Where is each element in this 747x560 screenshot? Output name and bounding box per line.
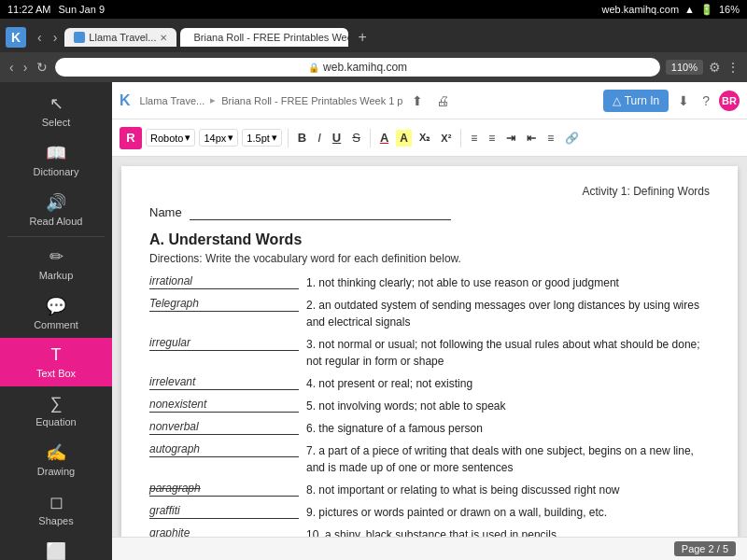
list-ordered-button[interactable]: ≡ — [467, 130, 481, 147]
back-button[interactable]: ‹ — [7, 58, 16, 77]
main-layout: ↖ Select 📖 Dictionary 🔊 Read Aloud ✏ Mar… — [0, 82, 747, 560]
vocab-row-9: graffiti 9. pictures or words painted or… — [149, 504, 710, 521]
vocab-def-7: 7. a part of a piece of writing that dea… — [306, 442, 710, 476]
link-button[interactable]: 🔗 — [561, 130, 583, 147]
turn-in-button[interactable]: △ Turn In — [603, 90, 669, 112]
vocab-answer-1[interactable]: irrational — [149, 274, 299, 289]
sidebar-label-equation: Equation — [35, 416, 76, 427]
line-height-select[interactable]: 1.5pt ▾ — [242, 129, 281, 147]
font-family-select[interactable]: Roboto ▾ — [146, 129, 195, 147]
name-input-line[interactable] — [190, 203, 451, 220]
subscript-button[interactable]: X₂ — [416, 130, 433, 146]
vocab-def-num-2: 2. — [306, 299, 316, 312]
vocab-answer-6[interactable]: nonverbal — [149, 420, 299, 435]
print-icon[interactable]: 🖨 — [432, 91, 453, 110]
vocab-def-text-1: not thinking clearly; not able to use re… — [318, 276, 619, 289]
vocab-answer-4[interactable]: irrelevant — [149, 375, 299, 390]
more-icon[interactable]: ⋮ — [726, 60, 740, 75]
address-text: web.kamihq.com — [323, 61, 407, 74]
new-tab-button[interactable]: + — [352, 29, 372, 46]
font-color-button[interactable]: A — [376, 129, 392, 147]
breadcrumb-doc: Briana Roll - FREE Printables Week 1 p — [221, 95, 402, 106]
vocab-row-4: irrelevant 4. not present or real; not e… — [149, 375, 710, 392]
vocab-answer-9[interactable]: graffiti — [149, 504, 299, 519]
toolbar-sep-1 — [288, 129, 289, 147]
tab1-close[interactable]: ✕ — [160, 33, 167, 43]
superscript-button[interactable]: X² — [437, 131, 455, 146]
font-size-select[interactable]: 14px ▾ — [199, 129, 238, 147]
name-line: Name — [149, 203, 710, 220]
kami-top-bar: K Llama Trave... ▸ Briana Roll - FREE Pr… — [112, 82, 747, 119]
vocab-def-3: 3. not normal or usual; not following th… — [306, 336, 710, 370]
help-icon[interactable]: ? — [698, 91, 713, 110]
list-unordered-button[interactable]: ≡ — [485, 130, 499, 147]
vocab-row-8: paragraph 8. not important or relating t… — [149, 482, 710, 498]
sidebar-item-dictionary[interactable]: 📖 Dictionary — [0, 135, 112, 185]
sidebar-label-read-aloud: Read Aloud — [30, 216, 83, 227]
shapes-icon: ◻ — [49, 492, 63, 512]
sidebar-item-comment[interactable]: 💬 Comment — [0, 288, 112, 338]
sidebar-item-equation[interactable]: ∑ Equation — [0, 386, 112, 435]
vocab-answer-7[interactable]: autograph — [149, 442, 299, 457]
vocab-answer-2[interactable]: Telegraph — [149, 297, 299, 312]
vocab-def-num-3: 3. — [306, 338, 316, 351]
breadcrumb-sep: ▸ — [210, 94, 216, 106]
vocab-def-text-8: not important or relating to what is bei… — [318, 483, 619, 497]
vocab-def-text-5: not involving words; not able to speak — [318, 399, 505, 413]
sidebar-item-eraser[interactable]: ⬜ Eraser — [0, 534, 112, 560]
download-icon[interactable]: ⬇ — [674, 91, 693, 110]
user-avatar[interactable]: BR — [719, 91, 740, 111]
font-family-value: Roboto — [150, 133, 183, 144]
align-button[interactable]: ≡ — [543, 130, 557, 147]
sidebar-item-select[interactable]: ↖ Select — [0, 86, 112, 135]
turn-in-arrow: △ — [613, 94, 621, 107]
sidebar-item-shapes[interactable]: ◻ Shapes — [0, 484, 112, 534]
italic-button[interactable]: I — [314, 129, 325, 147]
tab1-favicon — [74, 32, 85, 43]
tab-1[interactable]: Llama Travel... ✕ — [64, 28, 176, 47]
nav-forward[interactable]: › — [49, 28, 62, 47]
browser-toolbar-icons: 110% ⚙ ⋮ — [666, 60, 740, 75]
vocab-row-7: autograph 7. a part of a piece of writin… — [149, 442, 710, 476]
sidebar-item-drawing[interactable]: ✍ Drawing — [0, 435, 112, 484]
lock-icon: 🔒 — [308, 63, 319, 73]
vocab-answer-8[interactable]: paragraph — [149, 482, 299, 497]
vocab-def-text-2: an outdated system of sending messages o… — [306, 299, 699, 329]
wifi-icon: ▲ — [684, 4, 695, 15]
outdent-button[interactable]: ⇤ — [523, 130, 540, 147]
toolbar-sep-3 — [460, 129, 461, 147]
forward-button[interactable]: › — [21, 58, 30, 77]
vocab-def-2: 2. an outdated system of sending message… — [306, 297, 710, 330]
bold-button[interactable]: B — [294, 129, 310, 147]
status-bar: 11:22 AM Sun Jan 9 web.kamihq.com ▲ 🔋 16… — [0, 0, 747, 19]
comment-icon: 💬 — [46, 296, 66, 316]
page-current: 2 — [709, 543, 714, 554]
sidebar-label-select: Select — [42, 117, 71, 128]
vocab-def-4: 4. not present or real; not existing — [306, 375, 710, 392]
share-icon[interactable]: ⬆ — [408, 91, 427, 110]
strikethrough-button[interactable]: S — [348, 129, 364, 147]
font-size-chevron: ▾ — [228, 132, 233, 144]
nav-back[interactable]: ‹ — [34, 28, 46, 47]
sidebar-item-text-box[interactable]: T Text Box — [0, 338, 112, 386]
refresh-button[interactable]: ↻ — [35, 58, 49, 77]
vocab-answer-10[interactable]: graphite — [149, 526, 299, 537]
address-bar[interactable]: 🔒 web.kamihq.com — [55, 58, 660, 77]
vocab-answer-5[interactable]: nonexistent — [149, 398, 299, 413]
content-area: K Llama Trave... ▸ Briana Roll - FREE Pr… — [112, 82, 747, 560]
sidebar-item-markup[interactable]: ✏ Markup — [0, 239, 112, 288]
highlight-button[interactable]: A — [396, 130, 412, 147]
extensions-icon[interactable]: ⚙ — [709, 60, 721, 75]
indent-button[interactable]: ⇥ — [502, 130, 519, 147]
battery-icon: 🔋 — [700, 4, 713, 16]
avatar-initials: BR — [722, 95, 737, 106]
document-page: Activity 1: Defining Words Name A. Under… — [121, 166, 738, 537]
vocab-def-text-10: a shiny, black substance that is used in… — [325, 528, 557, 537]
vocab-answer-3[interactable]: irregular — [149, 336, 299, 351]
tab-2[interactable]: Briana Roll - FREE Printables Week 1 p..… — [180, 28, 348, 47]
sidebar-item-read-aloud[interactable]: 🔊 Read Aloud — [0, 185, 112, 234]
breadcrumb-llama[interactable]: Llama Trave... — [140, 95, 205, 106]
underline-button[interactable]: U — [329, 129, 345, 147]
name-label: Name — [149, 205, 182, 219]
toolbar-sep-2 — [370, 129, 371, 147]
